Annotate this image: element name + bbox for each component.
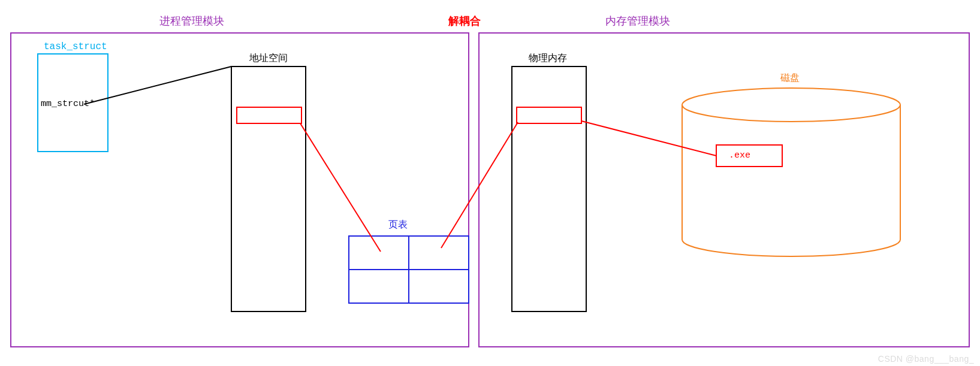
process-module-box	[11, 33, 469, 347]
label-exe: .exe	[729, 150, 750, 161]
address-space-entry	[237, 107, 301, 123]
label-physical-memory: 物理内存	[529, 52, 567, 65]
disk-top-ellipse	[682, 88, 900, 122]
physical-memory-box	[512, 66, 586, 311]
connector-task-to-addrspace	[84, 66, 231, 104]
diagram-svg	[0, 0, 980, 366]
address-space-box	[231, 66, 306, 311]
label-task-struct: task_struct	[44, 41, 107, 52]
watermark: CSDN @bang___bang_	[878, 354, 974, 364]
memory-module-box	[479, 33, 969, 347]
connector-addr-to-pagetable	[300, 123, 381, 252]
label-address-space: 地址空间	[249, 52, 288, 65]
label-disk: 磁盘	[780, 72, 800, 84]
disk-bottom-arc	[682, 240, 900, 256]
label-page-table: 页表	[388, 219, 408, 231]
connector-exe-to-physmem	[581, 121, 716, 156]
physical-memory-entry	[517, 107, 581, 123]
label-mm-struct: mm_strcut*	[41, 99, 95, 109]
